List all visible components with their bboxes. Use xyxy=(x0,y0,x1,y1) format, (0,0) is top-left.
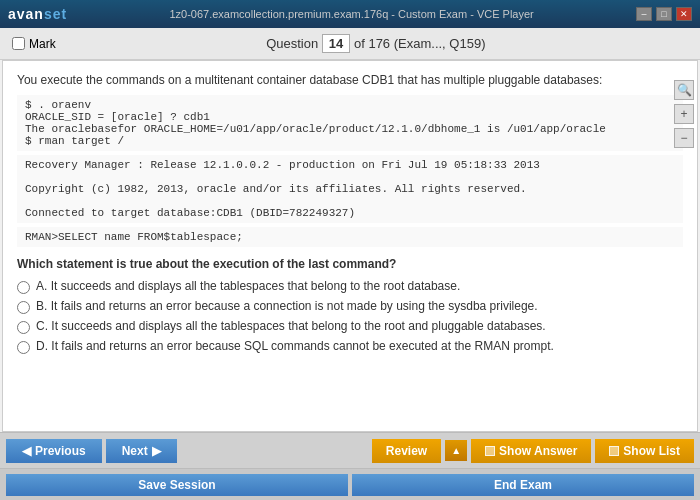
option-d-radio[interactable] xyxy=(17,341,30,354)
show-answer-label: Show Answer xyxy=(499,444,577,458)
show-list-icon xyxy=(609,446,619,456)
output-line-5: Connected to target database:CDB1 (DBID=… xyxy=(25,207,675,219)
next-arrow-icon: ▶ xyxy=(152,444,161,458)
option-a[interactable]: A. It succeeds and displays all the tabl… xyxy=(17,279,683,294)
question-of-total: of 176 (Exam..., Q159) xyxy=(354,36,486,51)
end-exam-button[interactable]: End Exam xyxy=(352,474,694,496)
code-line-4: $ rman target / xyxy=(25,135,675,147)
question-label: Question xyxy=(266,36,318,51)
question-number: 14 xyxy=(322,34,350,53)
option-c-radio[interactable] xyxy=(17,321,30,334)
show-list-label: Show List xyxy=(623,444,680,458)
review-button[interactable]: Review xyxy=(372,439,441,463)
bottom-toolbar: ◀ Previous Next ▶ Review ▲ Show Answer S… xyxy=(0,432,700,468)
output-line-1: Recovery Manager : Release 12.1.0.0.2 - … xyxy=(25,159,675,171)
next-label: Next xyxy=(122,444,148,458)
minimize-button[interactable]: – xyxy=(636,7,652,21)
window-title: 1z0-067.examcollection.premium.exam.176q… xyxy=(67,8,636,20)
show-answer-button[interactable]: Show Answer xyxy=(471,439,591,463)
prev-arrow-icon: ◀ xyxy=(22,444,31,458)
question-info: Question 14 of 176 (Exam..., Q159) xyxy=(64,34,688,53)
option-a-text: A. It succeeds and displays all the tabl… xyxy=(36,279,460,293)
end-exam-label: End Exam xyxy=(494,478,552,492)
close-button[interactable]: ✕ xyxy=(676,7,692,21)
options-list: A. It succeeds and displays all the tabl… xyxy=(17,279,683,354)
intro-text: You execute the commands on a multitenan… xyxy=(17,71,683,89)
content-area: You execute the commands on a multitenan… xyxy=(2,60,698,432)
prev-label: Previous xyxy=(35,444,86,458)
zoom-in-icon[interactable]: + xyxy=(674,104,694,124)
mark-checkbox[interactable] xyxy=(12,37,25,50)
option-a-radio[interactable] xyxy=(17,281,30,294)
option-d[interactable]: D. It fails and returns an error because… xyxy=(17,339,683,354)
option-c-text: C. It succeeds and displays all the tabl… xyxy=(36,319,546,333)
logo-accent: set xyxy=(44,6,67,22)
output-line-3: Copyright (c) 1982, 2013, oracle and/or … xyxy=(25,183,675,195)
option-c[interactable]: C. It succeeds and displays all the tabl… xyxy=(17,319,683,334)
logo-text: avanset xyxy=(8,6,67,22)
right-sidebar: 🔍 + − xyxy=(674,80,694,148)
title-bar: avanset 1z0-067.examcollection.premium.e… xyxy=(0,0,700,28)
show-answer-icon xyxy=(485,446,495,456)
show-list-button[interactable]: Show List xyxy=(595,439,694,463)
save-session-button[interactable]: Save Session xyxy=(6,474,348,496)
bottom-toolbar2: Save Session End Exam xyxy=(0,468,700,500)
next-button[interactable]: Next ▶ xyxy=(106,439,177,463)
code-line-1: $ . oraenv xyxy=(25,99,675,111)
rman-line: RMAN>SELECT name FROM$tablespace; xyxy=(25,231,675,243)
window-controls: – □ ✕ xyxy=(636,7,692,21)
output-line-2 xyxy=(25,171,675,183)
code-block: $ . oraenv ORACLE_SID = [oracle] ? cdb1 … xyxy=(17,95,683,151)
zoom-out-icon[interactable]: − xyxy=(674,128,694,148)
app-logo: avanset xyxy=(8,6,67,22)
previous-button[interactable]: ◀ Previous xyxy=(6,439,102,463)
main-window: Mark Question 14 of 176 (Exam..., Q159) … xyxy=(0,28,700,500)
maximize-button[interactable]: □ xyxy=(656,7,672,21)
option-b-radio[interactable] xyxy=(17,301,30,314)
review-label: Review xyxy=(386,444,427,458)
mark-text: Mark xyxy=(29,37,56,51)
output-block: Recovery Manager : Release 12.1.0.0.2 - … xyxy=(17,155,683,223)
save-session-label: Save Session xyxy=(138,478,215,492)
search-icon[interactable]: 🔍 xyxy=(674,80,694,100)
code-line-3: The oraclebasefor ORACLE_HOME=/u01/app/o… xyxy=(25,123,675,135)
question-text: Which statement is true about the execut… xyxy=(17,255,683,273)
option-d-text: D. It fails and returns an error because… xyxy=(36,339,554,353)
question-bar: Mark Question 14 of 176 (Exam..., Q159) xyxy=(0,28,700,60)
output-line-4 xyxy=(25,195,675,207)
main-content: You execute the commands on a multitenan… xyxy=(0,60,700,432)
option-b[interactable]: B. It fails and returns an error because… xyxy=(17,299,683,314)
review-dropdown-button[interactable]: ▲ xyxy=(445,440,467,461)
option-b-text: B. It fails and returns an error because… xyxy=(36,299,538,313)
mark-label[interactable]: Mark xyxy=(12,37,56,51)
rman-command: RMAN>SELECT name FROM$tablespace; xyxy=(17,227,683,247)
code-line-2: ORACLE_SID = [oracle] ? cdb1 xyxy=(25,111,675,123)
